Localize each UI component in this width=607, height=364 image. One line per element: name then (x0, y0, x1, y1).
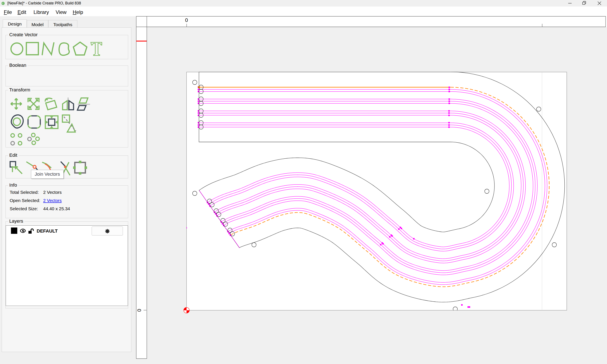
svg-text:0: 0 (185, 17, 188, 23)
svg-text:0: 0 (136, 309, 142, 312)
